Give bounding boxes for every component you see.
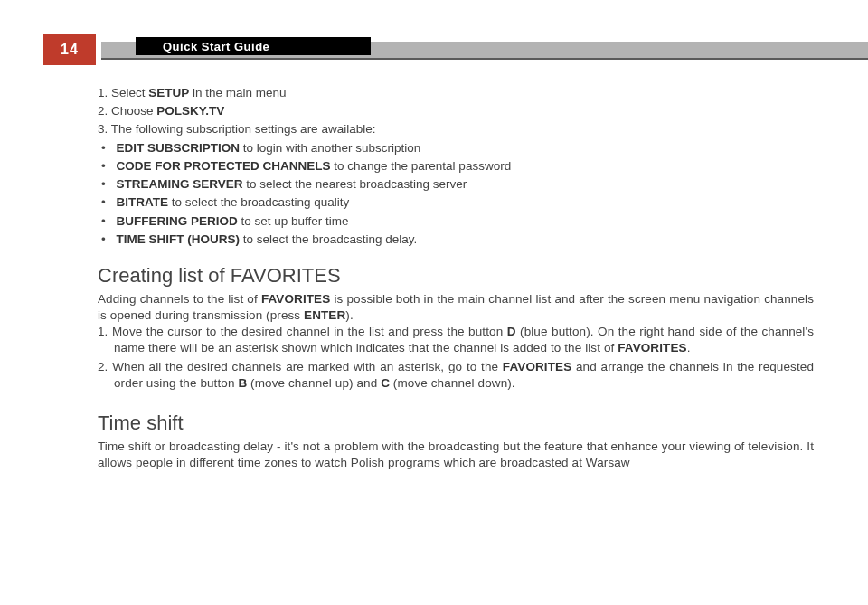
header-title-box: Quick Start Guide [136, 37, 371, 55]
text: . [687, 341, 691, 354]
text: 1. Move the cursor to the desired channe… [98, 325, 507, 338]
text: to select the broadcasting delay. [240, 232, 417, 246]
favorites-term: FAVORITES [503, 360, 571, 373]
favorites-term: FAVORITES [261, 292, 330, 306]
bullet-term: TIME SHIFT (HOURS) [117, 232, 241, 246]
text: to login with another subscription [240, 141, 420, 155]
button-b: B [238, 376, 247, 390]
text: 1. Select [98, 86, 148, 99]
timeshift-heading: Time shift [98, 410, 814, 437]
timeshift-body: Time shift or broadcasting delay - it's … [98, 439, 814, 471]
text: to select the broadcasting quality [168, 195, 349, 209]
favorites-term: FAVORITES [618, 341, 686, 354]
bullet-term: CODE FOR PROTECTED CHANNELS [117, 159, 331, 173]
bullet-code-protected: CODE FOR PROTECTED CHANNELS to change th… [98, 158, 814, 175]
step-2: 2. Choose POLSKY.TV [98, 103, 814, 119]
favorites-step-1: 1. Move the cursor to the desired channe… [98, 324, 814, 356]
text: to change the parental password [331, 159, 512, 173]
page-content: 1. Select SETUP in the main menu 2. Choo… [98, 85, 814, 471]
text: Adding channels to the list of [98, 292, 261, 306]
bullet-streaming-server: STREAMING SERVER to select the nearest b… [98, 176, 814, 193]
bullet-timeshift: TIME SHIFT (HOURS) to select the broadca… [98, 232, 814, 248]
button-d: D [507, 325, 516, 338]
header-underline [101, 58, 868, 60]
bullet-term: EDIT SUBSCRIPTION [117, 141, 241, 155]
text: in the main menu [189, 86, 286, 99]
polsky-term: POLSKY.TV [156, 104, 224, 118]
header-bar: 14 Quick Start Guide [0, 34, 868, 60]
step-3: 3. The following subscription settings a… [98, 121, 814, 137]
favorites-heading: Creating list of FAVORITES [98, 262, 814, 289]
text: 2. When all the desired channels are mar… [98, 360, 503, 373]
bullet-term: STREAMING SERVER [117, 177, 243, 191]
text: (move channel down). [390, 376, 515, 390]
button-c: C [381, 376, 390, 390]
enter-term: ENTER [304, 308, 345, 322]
text: to set up buffer time [238, 214, 349, 228]
bullet-edit-subscription: EDIT SUBSCRIPTION to login with another … [98, 140, 814, 156]
favorites-intro: Adding channels to the list of FAVORITES… [98, 291, 814, 324]
text: (move channel up) and [247, 376, 381, 390]
step-1: 1. Select SETUP in the main menu [98, 85, 814, 101]
bullet-term: BUFFERING PERIOD [117, 214, 238, 228]
setup-term: SETUP [148, 86, 189, 99]
text: ). [345, 308, 353, 322]
bullet-buffering: BUFFERING PERIOD to set up buffer time [98, 213, 814, 230]
text: 2. Choose [98, 104, 156, 118]
bullet-bitrate: BITRATE to select the broadcasting quali… [98, 194, 814, 211]
bullet-term: BITRATE [117, 195, 169, 209]
favorites-step-2: 2. When all the desired channels are mar… [98, 359, 814, 392]
text: to select the nearest broadcasting serve… [243, 177, 467, 191]
page-number-tab: 14 [43, 34, 96, 65]
